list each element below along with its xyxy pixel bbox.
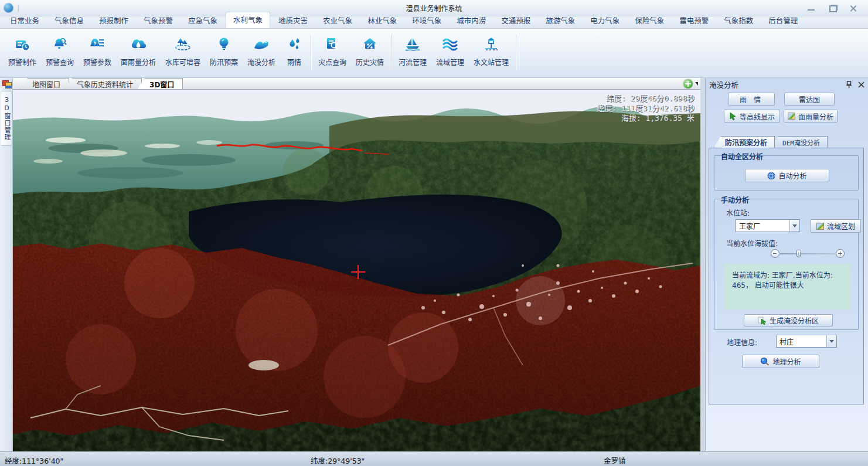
contour-display-button[interactable]: 等高线显示 — [724, 110, 780, 123]
close-icon[interactable] — [849, 5, 857, 12]
panel-splitter[interactable] — [700, 78, 705, 451]
analysis-tabs: 防汛预案分析 DEM淹没分析 — [714, 136, 824, 148]
tab-map-window[interactable]: 地图窗口 — [20, 78, 69, 89]
tab-weather-history-stats[interactable]: 气象历史资料统计 — [64, 78, 142, 89]
tool-rain-info[interactable]: 雨情 — [280, 31, 308, 76]
tool-reservoir-capacity[interactable]: 水库可增容 — [161, 31, 205, 76]
menu-daily-business[interactable]: 日常业务 — [3, 13, 46, 28]
flood-analysis-panel: 淹没分析 雨 情 雷达图 等高线显示 面雨量分析 防汛预案分析 DEM淹没分析 — [705, 78, 868, 451]
tab-dem-flood-analysis[interactable]: DEM淹没分析 — [771, 136, 828, 148]
panel-close-icon[interactable] — [858, 81, 864, 88]
menu-agri-weather[interactable]: 农业气象 — [316, 13, 359, 28]
3d-window-manager-tab[interactable]: 3D窗口管理 — [1, 91, 12, 146]
pin-icon[interactable] — [846, 81, 852, 89]
geo-info-label: 地理信息: — [727, 337, 757, 347]
tool-hydrostation-mgmt[interactable]: 水文站管理 — [469, 31, 513, 76]
chevron-down-icon[interactable] — [789, 220, 799, 232]
latitude-readout: 纬度: 29度46分0.898秒 — [597, 93, 695, 103]
manual-analysis-group: 手动分析 水位站: 王家厂 流域区划 当前水位海拔值: 当前流域为: 王 — [714, 199, 859, 330]
left-dock-strip: 3D窗口管理 — [0, 78, 13, 451]
tab-list-dropdown-icon[interactable] — [695, 82, 698, 86]
station-label: 水位站: — [726, 208, 750, 217]
add-tab-icon[interactable] — [683, 79, 693, 89]
button-label: 自动分析 — [778, 171, 806, 181]
generate-flood-zone-button[interactable]: 生成淹没分析区 — [744, 314, 833, 326]
tool-flood-plan[interactable]: 防汛预案 — [205, 31, 243, 76]
menu-geo-disaster[interactable]: 地质灾害 — [271, 13, 315, 28]
menu-weather-warning[interactable]: 气象预警 — [137, 13, 180, 28]
minimize-icon[interactable] — [807, 5, 815, 12]
tool-label: 河流管理 — [399, 57, 427, 67]
menu-insurance-weather[interactable]: 保险气象 — [628, 13, 671, 28]
button-label: 地理分析 — [772, 356, 801, 366]
application-window: | 澧县业务制作系统 日常业务 气象信息 预报制作 气象预警 应急气象 水利气象… — [0, 0, 868, 466]
wave-icon — [253, 35, 270, 55]
area-rainfall-button[interactable]: 面雨量分析 — [784, 110, 838, 123]
chevron-down-icon[interactable] — [826, 335, 836, 347]
rain-info-button[interactable]: 雨 情 — [728, 93, 775, 106]
menu-backend-mgmt[interactable]: 后台管理 — [761, 13, 805, 28]
menu-urban-flood[interactable]: 城市内涝 — [450, 13, 493, 28]
station-combobox[interactable]: 王家厂 — [736, 219, 800, 232]
basin-zoning-button[interactable]: 流域区划 — [811, 219, 861, 233]
button-label: 流域区划 — [827, 221, 855, 231]
water-level-label: 当前水位海拔值: — [726, 238, 778, 248]
water-level-slider[interactable] — [771, 249, 845, 259]
page-cursor-icon — [758, 317, 767, 325]
tool-warning-params[interactable]: 预警参数 — [79, 31, 116, 76]
sailboat-icon — [404, 35, 421, 55]
tool-label: 历史灾情 — [356, 57, 384, 67]
minus-icon[interactable] — [771, 249, 780, 258]
tool-label: 雨情 — [287, 57, 301, 67]
groupbox-title: 手动分析 — [719, 195, 751, 205]
menu-emergency-weather[interactable]: 应急气象 — [181, 13, 224, 28]
radar-image-button[interactable]: 雷达图 — [784, 93, 835, 106]
button-label: 生成淹没分析区 — [770, 315, 819, 325]
slider-thumb[interactable] — [796, 250, 801, 257]
map-3d-view[interactable]: 纬度: 29度46分0.898秒 经度: 111度31分42.618秒 海拔: … — [13, 90, 700, 451]
tool-flood-analysis[interactable]: 淹没分析 — [243, 31, 280, 76]
tool-disaster-history[interactable]: 历史灾情 — [351, 31, 389, 76]
tool-area-rainfall[interactable]: 面雨量分析 — [116, 31, 161, 76]
geo-analysis-button[interactable]: 地理分析 — [742, 355, 819, 368]
menu-lightning-warning[interactable]: 雷电预警 — [672, 13, 716, 28]
basin-map-icon — [816, 223, 824, 230]
tool-basin-mgmt[interactable]: 流域管理 — [431, 31, 469, 76]
menu-weather-index[interactable]: 气象指数 — [717, 13, 760, 28]
cloud-raindrop-icon — [129, 35, 148, 55]
menu-hydro-weather[interactable]: 水利气象 — [226, 12, 270, 28]
menu-weather-info[interactable]: 气象信息 — [47, 13, 91, 28]
slider-track[interactable] — [780, 253, 835, 254]
menu-forest-weather[interactable]: 林业气象 — [360, 13, 404, 28]
tool-label: 流域管理 — [436, 57, 464, 67]
magnifier-icon — [760, 357, 770, 366]
status-latitude: 纬度:29°49'53" — [311, 455, 365, 466]
geo-info-combobox[interactable]: 村庄 — [776, 335, 837, 348]
tool-disaster-query[interactable]: 灾点查询 — [314, 31, 351, 76]
menu-tourism-weather[interactable]: 旅游气象 — [539, 13, 582, 28]
waves-icon — [441, 35, 459, 55]
tab-3d-window[interactable]: 3D窗口 — [137, 78, 183, 89]
status-town-name: 金罗镇 — [604, 455, 626, 466]
tool-warning-query[interactable]: 预警查询 — [41, 31, 79, 76]
tool-warning-create[interactable]: 预警制作 — [4, 31, 41, 76]
tab-flood-plan-analysis[interactable]: 防汛预案分析 — [714, 136, 775, 148]
menu-forecast-making[interactable]: 预报制作 — [92, 13, 135, 28]
window-title: 澧县业务制作系统 — [0, 3, 868, 13]
tool-label: 防汛预案 — [210, 57, 238, 67]
auto-analysis-button[interactable]: 自动分析 — [745, 169, 829, 182]
maximize-icon[interactable] — [828, 5, 836, 12]
longitude-readout: 经度: 111度31分42.618秒 — [597, 103, 695, 113]
bell-search-icon — [51, 35, 69, 55]
hydro-station-icon — [482, 35, 500, 55]
plus-icon[interactable] — [836, 249, 845, 258]
menu-traffic-forecast[interactable]: 交通预报 — [494, 13, 537, 28]
document-tabstrip: 地图窗口 气象历史资料统计 3D窗口 — [13, 78, 700, 90]
tool-river-mgmt[interactable]: 河流管理 — [394, 31, 431, 76]
tool-label: 预警查询 — [46, 57, 74, 67]
menu-env-weather[interactable]: 环境气象 — [405, 13, 448, 28]
menu-power-weather[interactable]: 电力气象 — [583, 13, 627, 28]
tool-label: 淹没分析 — [247, 57, 275, 67]
status-longitude: 经度:111°36'40" — [5, 455, 63, 466]
ribbon-separator — [391, 35, 392, 70]
